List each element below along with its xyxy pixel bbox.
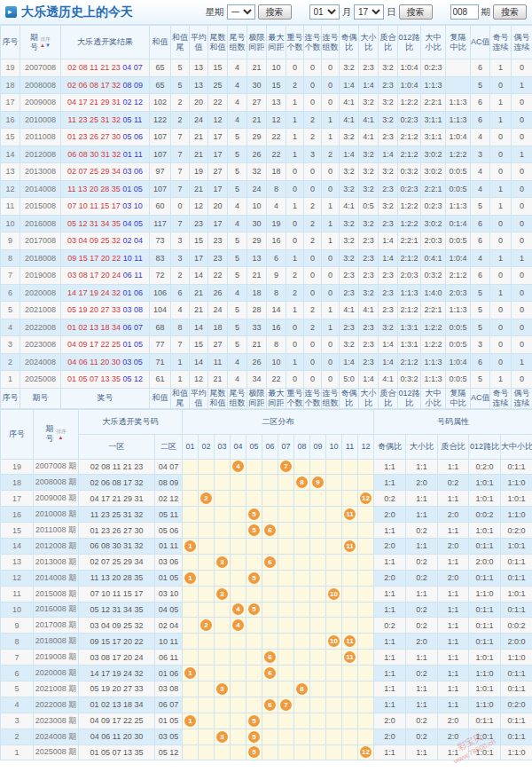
attr-col-header: 质合比 <box>438 434 469 459</box>
attr-cell: 1:1 <box>374 554 406 570</box>
t1-col-header: 尾号组数 <box>228 26 247 59</box>
distribution-row: 162010008 期11 23 25 31 3205 115112:01:12… <box>1 507 532 523</box>
back-number-ball: 5 <box>248 508 260 520</box>
ball-cell: 3 <box>215 586 231 602</box>
stat-cell: 3:2 <box>340 336 359 354</box>
stat-cell: 2:2:1 <box>421 302 446 319</box>
ball-cell <box>183 523 199 539</box>
attr-cell: 0:2 <box>406 618 438 634</box>
ball-cell <box>358 650 374 666</box>
day-select[interactable]: 17 <box>354 4 384 20</box>
ball-cell <box>310 697 326 713</box>
stat-cell: 0 <box>304 249 322 267</box>
ball-col-header: 09 <box>310 434 326 459</box>
stat-cell: 15 <box>190 336 208 354</box>
t2-issue-header[interactable]: 期号排序▲ <box>34 409 79 459</box>
issue-cell: 2008008 <box>20 76 61 94</box>
stat-cell: 3:2 <box>359 146 379 163</box>
ball-cell <box>183 650 199 666</box>
ball-cell: 5 <box>246 602 262 618</box>
ball-cell <box>215 744 231 760</box>
issue-cell: 2009008 期 <box>34 491 79 507</box>
stat-cell: 0 <box>490 215 512 232</box>
attr-cell: 1:1 <box>438 491 469 507</box>
ball-cell <box>215 475 231 491</box>
stat-cell: 1 <box>286 94 304 112</box>
t1-footer-col-header: 奖号 <box>61 388 150 408</box>
t1-col-header: AC值 <box>471 26 490 59</box>
t1-col-header: 质合比 <box>379 26 398 59</box>
stat-cell: 27 <box>208 336 228 354</box>
stat-cell: 12 <box>190 198 208 216</box>
ball-cell: 10 <box>326 586 342 602</box>
week-select[interactable]: 一 <box>227 4 255 20</box>
week-search-button[interactable]: 搜索 <box>258 4 292 20</box>
attr-col-header: 大小比 <box>406 434 438 459</box>
stat-cell: 6 <box>471 353 490 371</box>
issue-cell: 2012008 <box>20 146 61 163</box>
issue-cell: 2016008 <box>20 215 61 232</box>
back-number-ball: 7 <box>280 461 292 472</box>
stat-cell: 1 <box>322 319 340 336</box>
stat-cell: 1 <box>490 284 512 302</box>
ball-cell <box>278 475 294 491</box>
stat-cell: 3:2 <box>379 59 398 77</box>
t1-col-header[interactable]: 期号排序▲▼ <box>20 26 61 59</box>
stat-cell: 3:2 <box>340 180 359 198</box>
ball-cell <box>358 602 374 618</box>
zone2-cell: 02 04 <box>155 618 183 634</box>
stat-cell: 3:2 <box>340 249 359 267</box>
sort-control[interactable]: 排序▲ <box>56 429 66 440</box>
attr-cell: 2:0:0 <box>469 554 501 570</box>
stat-cell: 2:3 <box>379 302 398 319</box>
month-select[interactable]: 01 <box>309 4 340 20</box>
stat-cell: 11 <box>208 353 228 371</box>
stat-cell: 2:3 <box>359 249 379 267</box>
attr-cell: 2:0 <box>438 713 469 729</box>
stat-cell: 7 <box>171 180 190 198</box>
attr-cell: 1:0:1 <box>469 475 501 491</box>
history-row: 8201800809 15 17 20 22 10 11833172351361… <box>1 249 532 267</box>
history-row: 11201500807 10 11 15 17 03 1060012204104… <box>1 198 532 216</box>
ball-cell <box>294 618 310 634</box>
ball-cell <box>215 618 231 634</box>
ball-cell <box>199 523 215 539</box>
ball-cell <box>183 586 199 602</box>
back-number-ball: 3 <box>216 588 228 600</box>
issue-cell: 2021008 <box>20 302 61 319</box>
ball-cell <box>199 507 215 523</box>
attr-cell: 1:1:0 <box>501 744 532 760</box>
back-number-ball: 3 <box>216 556 228 568</box>
ball-cell <box>326 729 342 744</box>
sort-control[interactable]: 排序▲▼ <box>40 36 51 48</box>
stat-cell: 2:1:2 <box>398 353 421 371</box>
issue-cell: 2023008 <box>20 336 61 354</box>
zone1-cell: 14 17 19 24 32 <box>79 666 155 681</box>
sort-descending-icon[interactable]: ▼ <box>45 43 51 48</box>
stat-cell: 0 <box>512 232 532 250</box>
seq-cell: 6 <box>1 284 20 302</box>
stat-cell: 28 <box>247 302 267 319</box>
stat-cell: 3:2 <box>359 180 379 198</box>
ball-cell <box>278 538 294 554</box>
sort-ascending-icon[interactable]: ▲ <box>59 435 64 440</box>
issue-cell: 2013008 期 <box>34 554 79 570</box>
ball-col-header: 05 <box>246 434 262 459</box>
stat-cell: 1:3:1 <box>398 336 421 354</box>
ball-cell <box>342 554 358 570</box>
stat-cell: 0 <box>322 94 340 112</box>
t1-footer-col-header: 平均值 <box>190 388 208 408</box>
stat-cell: 23 <box>190 215 208 232</box>
issue-search-button[interactable]: 搜索 <box>493 4 527 20</box>
stat-cell: 2:2:1 <box>421 94 446 112</box>
ball-cell <box>231 538 246 554</box>
ball-cell <box>183 681 199 697</box>
stat-cell: 5 <box>228 146 247 163</box>
issue-input[interactable] <box>450 4 479 20</box>
attr-cell: 0:0:2 <box>469 507 501 523</box>
ball-cell <box>310 570 326 586</box>
ball-cell <box>215 459 231 475</box>
result-cell: 01 23 26 27 30 05 06 <box>61 129 150 146</box>
date-search-button[interactable]: 搜索 <box>399 4 433 20</box>
attr-cell: 0:1:1 <box>469 538 501 554</box>
